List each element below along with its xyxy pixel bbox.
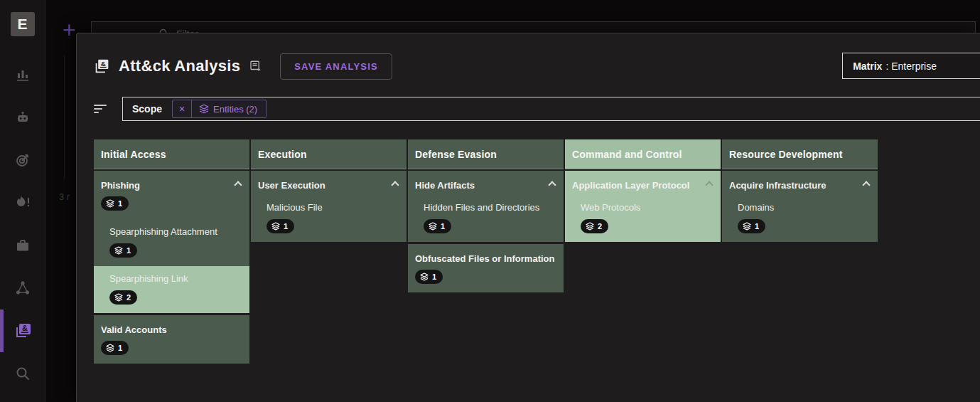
technique-title-row: Phishing — [94, 171, 249, 191]
note-add-icon[interactable] — [249, 60, 262, 73]
technique-card-acquire-infrastructure[interactable]: Acquire Infrastructure Domains 1 — [722, 171, 878, 242]
entities-scope-chip[interactable]: × Entities (2) — [172, 100, 266, 118]
search-icon — [14, 365, 31, 382]
layers-icon — [743, 222, 751, 231]
tactic-column-command-and-control: Command and Control Application Layer Pr… — [565, 139, 721, 366]
panel-header: & Att&ck Analysis SAVE ANALYSIS — [94, 52, 392, 80]
scope-label: Scope — [132, 103, 162, 115]
layers-icon — [199, 104, 209, 114]
technique-card-obfuscated-files[interactable]: Obfuscated Files or Information 1 — [408, 244, 564, 292]
app-logo[interactable]: E — [11, 12, 35, 36]
scope-filter-row: Scope × Entities (2) — [94, 96, 980, 122]
robot-icon — [14, 109, 31, 126]
subtechnique-name: Malicious File — [266, 202, 399, 213]
tactic-column-defense-evasion: Defense Evasion Hide Artifacts Hidden Fi… — [408, 139, 564, 366]
technique-title-row: Obfuscated Files or Information — [408, 244, 564, 264]
page-title: Att&ck Analysis — [119, 57, 240, 75]
subtechnique-row[interactable]: Malicious File 1 — [251, 191, 406, 242]
entity-count: 2 — [598, 223, 602, 231]
layers-icon — [586, 222, 594, 231]
sidebar-item-automation[interactable] — [0, 96, 45, 139]
entity-count: 1 — [432, 273, 436, 281]
entity-count-badge: 1 — [101, 196, 129, 211]
sidebar-item-dashboard[interactable] — [0, 53, 45, 96]
remove-chip-icon[interactable]: × — [173, 100, 192, 117]
chevron-up-icon[interactable] — [234, 181, 242, 189]
technique-card-hide-artifacts[interactable]: Hide Artifacts Hidden Files and Director… — [408, 171, 564, 242]
entity-count: 1 — [284, 223, 288, 231]
technique-card-valid-accounts[interactable]: Valid Accounts 1 — [94, 315, 249, 364]
sidebar-item-graph[interactable] — [0, 267, 45, 310]
tactic-column-initial-access: Initial Access Phishing 1 Spearphishing … — [94, 139, 249, 366]
matrix-select-value: : Enterprise — [885, 60, 937, 72]
sidebar-item-targets[interactable] — [0, 139, 45, 181]
sidebar-item-search[interactable] — [0, 352, 45, 395]
entity-count-badge: 1 — [415, 270, 443, 284]
save-analysis-button[interactable]: SAVE ANALYSIS — [280, 53, 392, 80]
subtechnique-row[interactable]: Web Protocols 2 — [565, 191, 721, 242]
briefcase-icon — [14, 237, 31, 254]
subtechnique-row[interactable]: Domains 1 — [722, 191, 878, 242]
matrix-select-dropdown[interactable]: Matrix : Enterprise — [842, 53, 980, 79]
chevron-up-icon[interactable] — [705, 181, 713, 189]
layers-icon — [271, 222, 280, 231]
entity-count-badge: 1 — [101, 341, 129, 355]
tactic-header: Defense Evasion — [408, 139, 564, 169]
svg-text:&: & — [101, 59, 106, 67]
entity-count: 1 — [126, 247, 131, 255]
svg-text:&: & — [22, 324, 28, 332]
technique-name: Phishing — [101, 180, 140, 191]
subtechnique-row[interactable]: Hidden Files and Directories 1 — [408, 191, 564, 242]
subtechnique-name: Hidden Files and Directories — [424, 202, 556, 213]
technique-name: User Execution — [258, 180, 325, 191]
entity-count-badge: 2 — [109, 290, 137, 305]
subtechnique-row-selected[interactable]: Spearphishing Link 2 — [94, 266, 249, 313]
scope-box: Scope × Entities (2) — [122, 97, 980, 121]
entity-count-badge: 1 — [424, 219, 451, 233]
sidebar-item-cases[interactable] — [0, 224, 45, 267]
subtechnique-row[interactable]: Spearphishing Attachment 1 — [94, 219, 249, 266]
technique-card-user-execution[interactable]: User Execution Malicious File 1 — [251, 171, 406, 242]
technique-name: Application Layer Protocol — [572, 180, 689, 191]
layers-icon — [106, 199, 114, 208]
app-sidebar: E — [0, 0, 45, 402]
attack-book-icon: & — [94, 58, 110, 75]
add-button[interactable]: + — [63, 18, 76, 41]
entity-count: 1 — [118, 200, 122, 208]
entity-count: 2 — [126, 294, 131, 302]
tactic-column-resource-development: Resource Development Acquire Infrastruct… — [722, 139, 878, 366]
subtechnique-name: Domains — [738, 202, 871, 213]
sidebar-item-attack-analysis[interactable]: & — [0, 310, 45, 352]
sidebar-item-incidents[interactable] — [0, 181, 45, 224]
chevron-up-icon[interactable] — [548, 181, 556, 189]
layers-icon — [106, 344, 114, 352]
technique-card-phishing[interactable]: Phishing 1 Spearphishing Attachment — [94, 171, 249, 313]
chevron-up-icon[interactable] — [391, 181, 399, 189]
tactic-header: Execution — [251, 139, 406, 169]
technique-name: Valid Accounts — [101, 324, 167, 335]
chevron-up-icon[interactable] — [862, 181, 870, 189]
layers-icon — [429, 222, 437, 231]
attack-analysis-panel: & Att&ck Analysis SAVE ANALYSIS Matrix :… — [76, 33, 980, 402]
entity-count-badge: 1 — [109, 243, 137, 258]
technique-title-row: User Execution — [251, 171, 406, 191]
subtechnique-name: Spearphishing Link — [109, 273, 242, 284]
technique-name: Acquire Infrastructure — [729, 180, 826, 191]
attack-matrix: Initial Access Phishing 1 Spearphishing … — [94, 139, 878, 366]
subtechnique-name: Web Protocols — [581, 202, 714, 213]
target-icon — [14, 152, 31, 169]
background-results-count: 3 r — [59, 191, 70, 202]
layers-icon — [114, 246, 123, 255]
layers-icon — [420, 273, 429, 281]
entity-count-badge: 1 — [266, 219, 294, 233]
filter-list-icon[interactable] — [94, 105, 111, 113]
entity-count-badge: 1 — [738, 219, 765, 233]
chip-label: Entities (2) — [213, 104, 266, 115]
entity-count-badge: 2 — [581, 219, 608, 233]
entity-count: 1 — [118, 344, 122, 352]
attack-book-icon: & — [14, 322, 32, 340]
entity-count: 1 — [441, 223, 445, 231]
tactic-header: Initial Access — [94, 139, 249, 169]
technique-card-application-layer-protocol[interactable]: Application Layer Protocol Web Protocols… — [565, 171, 721, 242]
technique-title-row: Acquire Infrastructure — [722, 171, 878, 191]
